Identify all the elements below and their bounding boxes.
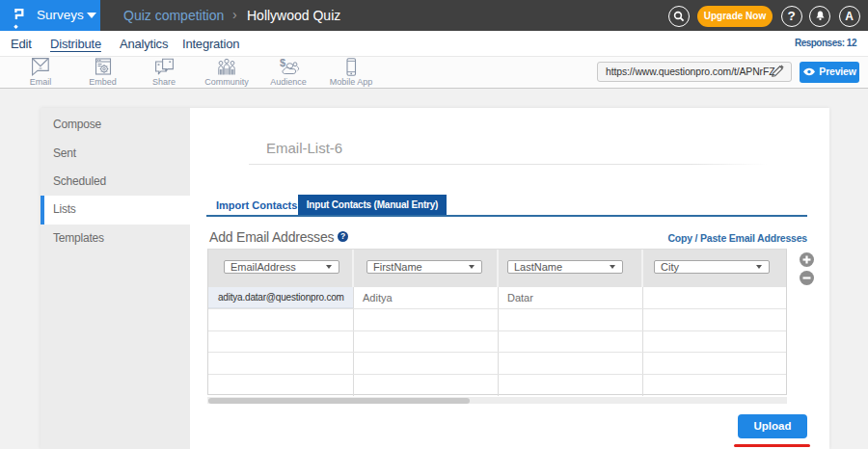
svg-text:$: $	[280, 58, 285, 68]
